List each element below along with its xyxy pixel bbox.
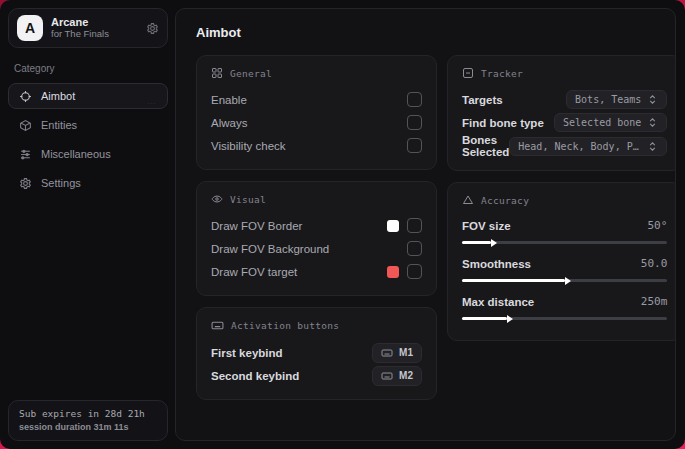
select-icon <box>647 94 658 105</box>
session-duration-text: session duration 31m 11s <box>19 422 157 432</box>
brand-gear-icon[interactable] <box>146 22 159 35</box>
max-distance-slider[interactable] <box>462 317 667 320</box>
app-window: A Arcane for The Finals Category Aimbot … <box>0 0 685 449</box>
main-panel: Aimbot General Enable Always <box>175 8 676 441</box>
first-keybind-button[interactable]: M1 <box>372 343 422 363</box>
find-bone-type-select[interactable]: Selected bone <box>554 113 667 132</box>
sidebar-item-aimbot[interactable]: Aimbot … <box>8 83 168 109</box>
setting-label: Targets <box>462 94 503 106</box>
tracker-card: Tracker Targets Bots, Teams Find bone ty… <box>447 55 676 171</box>
sidebar-nav: Aimbot … Entities Miscellaneous Settings <box>8 83 168 196</box>
accuracy-card: Accuracy FOV size 50° Smoothness <box>447 182 676 341</box>
miscellaneous-icon <box>19 148 32 161</box>
enable-checkbox[interactable] <box>407 92 422 107</box>
smoothness-slider-block: Smoothness 50.0 <box>462 253 667 282</box>
subscription-info-card: Sub expires in 28d 21h session duration … <box>8 400 168 441</box>
setting-label: Enable <box>211 94 247 106</box>
setting-row: First keybind M1 <box>211 341 422 364</box>
entities-icon <box>19 119 32 132</box>
sidebar-item-label: Miscellaneous <box>41 148 111 160</box>
activation-card: Activation buttons First keybind M1 Seco… <box>196 307 437 400</box>
fov-border-color-swatch[interactable] <box>387 220 399 232</box>
setting-label: Draw FOV Background <box>211 243 329 255</box>
ghost-mark: … <box>147 96 157 106</box>
sidebar-item-miscellaneous[interactable]: Miscellaneous <box>8 141 168 167</box>
setting-label: Smoothness <box>462 258 531 270</box>
setting-label: Draw FOV Border <box>211 220 302 232</box>
settings-icon <box>19 177 32 190</box>
aimbot-icon <box>19 90 32 103</box>
fov-size-slider[interactable] <box>462 241 667 244</box>
fov-size-value: 50° <box>647 219 667 232</box>
setting-row: Find bone type Selected bone <box>462 111 667 134</box>
select-value: Head, Neck, Body, Pe... <box>518 141 641 152</box>
brand-logo: A <box>17 15 43 41</box>
sidebar-item-label: Settings <box>41 177 81 189</box>
fov-target-color-swatch[interactable] <box>387 266 399 278</box>
category-label: Category <box>14 63 162 74</box>
setting-label: FOV size <box>462 220 511 232</box>
setting-row: Draw FOV Border <box>211 214 422 237</box>
select-icon <box>647 117 658 128</box>
max-distance-slider-block: Max distance 250m <box>462 291 667 320</box>
general-card: General Enable Always Visibility check <box>196 55 437 170</box>
card-title: Tracker <box>481 68 523 79</box>
setting-label: Second keybind <box>211 370 299 382</box>
card-title: Activation buttons <box>231 320 339 331</box>
setting-row: Always <box>211 111 422 134</box>
slider-fill <box>462 241 491 244</box>
setting-row: Second keybind M2 <box>211 364 422 387</box>
brand-name: Arcane <box>51 16 138 29</box>
keybind-icon <box>381 347 393 359</box>
smoothness-slider[interactable] <box>462 279 667 282</box>
bones-selected-select[interactable]: Head, Neck, Body, Pe... <box>509 137 667 156</box>
activation-icon <box>211 319 224 332</box>
keybind-icon <box>381 370 393 382</box>
smoothness-value: 50.0 <box>641 257 668 270</box>
tracker-icon <box>462 67 474 79</box>
slider-fill <box>462 317 507 320</box>
keybind-value: M1 <box>399 347 413 358</box>
targets-select[interactable]: Bots, Teams <box>566 90 667 109</box>
setting-row: Draw FOV Background <box>211 237 422 260</box>
setting-row: Bones Selected Head, Neck, Body, Pe... <box>462 134 667 158</box>
setting-row: Targets Bots, Teams <box>462 88 667 111</box>
general-icon <box>211 67 223 79</box>
setting-row: Visibility check <box>211 134 422 157</box>
sidebar-item-settings[interactable]: Settings <box>8 170 168 196</box>
visibility-check-checkbox[interactable] <box>407 138 422 153</box>
sidebar-item-label: Entities <box>41 119 77 131</box>
select-value: Selected bone <box>563 117 641 128</box>
keybind-value: M2 <box>399 370 413 381</box>
select-value: Bots, Teams <box>575 94 641 105</box>
setting-label: Bones Selected <box>462 134 509 158</box>
visual-icon <box>211 193 223 205</box>
setting-label: Find bone type <box>462 117 544 129</box>
accuracy-icon <box>462 194 474 206</box>
sidebar-item-label: Aimbot <box>41 90 75 102</box>
max-distance-value: 250m <box>641 295 668 308</box>
setting-row: Enable <box>211 88 422 111</box>
card-title: Visual <box>230 194 266 205</box>
select-icon <box>647 141 658 152</box>
setting-label: First keybind <box>211 347 283 359</box>
setting-label: Max distance <box>462 296 534 308</box>
setting-label: Visibility check <box>211 140 286 152</box>
setting-label: Draw FOV target <box>211 266 297 278</box>
second-keybind-button[interactable]: M2 <box>372 366 422 386</box>
draw-fov-border-checkbox[interactable] <box>407 218 422 233</box>
draw-fov-background-checkbox[interactable] <box>407 241 422 256</box>
draw-fov-target-checkbox[interactable] <box>407 264 422 279</box>
brand-subtitle: for The Finals <box>51 29 138 40</box>
fov-size-slider-block: FOV size 50° <box>462 215 667 244</box>
visual-card: Visual Draw FOV Border Draw FOV Backgrou… <box>196 181 437 296</box>
card-title: General <box>230 68 272 79</box>
sidebar-item-entities[interactable]: Entities <box>8 112 168 138</box>
always-checkbox[interactable] <box>407 115 422 130</box>
sidebar: A Arcane for The Finals Category Aimbot … <box>0 0 175 449</box>
sub-expires-text: Sub expires in 28d 21h <box>19 408 157 419</box>
slider-fill <box>462 279 565 282</box>
page-title: Aimbot <box>196 25 655 40</box>
card-title: Accuracy <box>481 195 529 206</box>
brand-card: A Arcane for The Finals <box>8 8 168 48</box>
